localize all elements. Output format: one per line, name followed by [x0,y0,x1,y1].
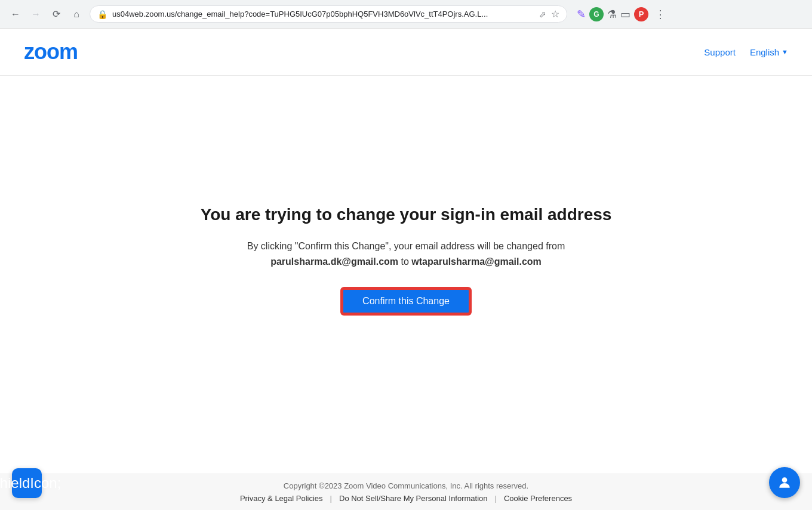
pencil-ext-icon[interactable]: ✎ [577,8,586,21]
old-email: parulsharma.dk@gmail.com [270,256,398,267]
language-label: English [750,47,779,57]
back-button[interactable]: ← [7,6,24,23]
forward-button[interactable]: → [27,6,44,23]
confirm-change-button[interactable]: Confirm this Change [342,288,470,314]
main-content: You are trying to change your sign-in em… [0,76,812,468]
connector-text: to [401,256,412,267]
description-line1: By clicking "Confirm this Change", your … [247,241,565,251]
site-header: zoom Support English ▼ [0,29,812,76]
language-selector[interactable]: English ▼ [750,47,788,57]
menu-button[interactable]: ⋮ [652,6,669,23]
external-link-icon: ⬀ [539,10,546,19]
reload-button[interactable]: ⟳ [48,6,64,23]
star-icon[interactable]: ☆ [551,8,559,20]
browser-chrome: ← → ⟳ ⌂ 🔒 us04web.zoom.us/change_email_h… [0,0,812,29]
new-email: wtaparulsharma@gmail.com [411,256,541,267]
address-bar[interactable]: 🔒 us04web.zoom.us/change_email_help?code… [90,5,567,23]
url-text: us04web.zoom.us/change_email_help?code=T… [112,10,534,18]
lock-icon: 🔒 [97,10,107,19]
page-title: You are trying to change your sign-in em… [201,205,612,224]
header-nav: Support English ▼ [704,47,788,57]
support-link[interactable]: Support [704,47,736,57]
description-text: By clicking "Confirm this Change", your … [247,239,565,269]
chevron-down-icon: ▼ [782,48,788,55]
zoom-logo[interactable]: zoom [24,39,78,64]
home-button[interactable]: ⌂ [68,6,85,23]
profile-icon[interactable]: P [634,7,648,21]
tab-icon[interactable]: ▭ [620,8,630,21]
puzzle-icon[interactable]: ⚗ [607,8,617,21]
grammarly-icon[interactable]: G [589,7,604,21]
nav-buttons: ← → ⟳ ⌂ [7,6,85,23]
browser-actions: ✎ G ⚗ ▭ P ⋮ [577,6,669,23]
